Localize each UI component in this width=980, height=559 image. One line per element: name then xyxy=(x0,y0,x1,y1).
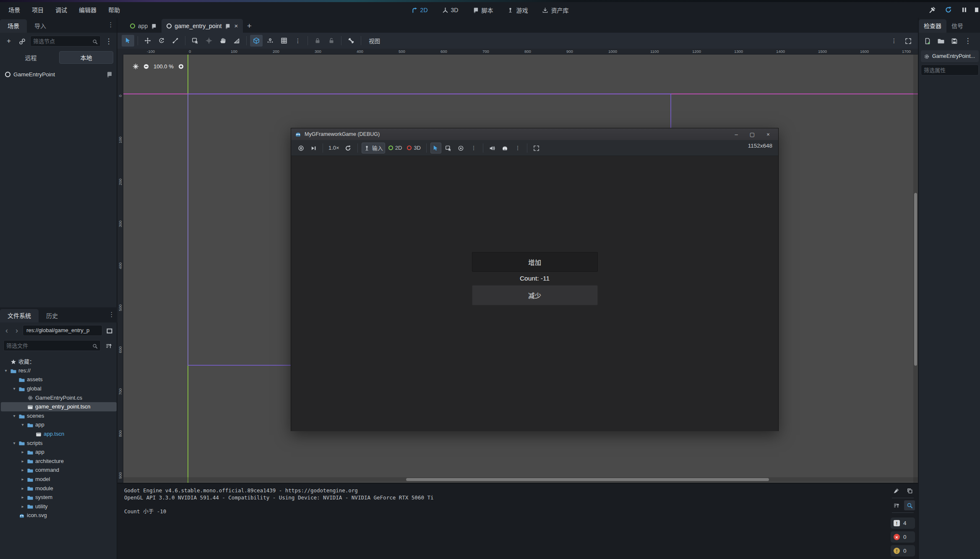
copy-output-button[interactable] xyxy=(904,486,915,496)
fs-tree-item[interactable]: game_entry_point.tscn xyxy=(1,402,117,411)
canvas-2d[interactable]: 100.0 % MyGFrameworkGame (DEBUG) – ▢ × xyxy=(123,55,918,483)
stop-button[interactable] xyxy=(975,5,978,15)
tree-down-arrow-icon[interactable]: ▾ xyxy=(12,386,17,391)
tree-right-arrow-icon[interactable]: ▸ xyxy=(20,450,25,454)
pan-tool[interactable] xyxy=(216,35,229,47)
fs-tree-item[interactable]: 收藏： xyxy=(1,357,117,366)
tree-right-arrow-icon[interactable]: ▸ xyxy=(20,495,25,499)
snap-tool[interactable] xyxy=(203,35,215,47)
game-window[interactable]: MyGFrameworkGame (DEBUG) – ▢ × 1.0× xyxy=(291,128,779,431)
vscroll-thumb[interactable] xyxy=(914,193,917,366)
close-window-button[interactable]: × xyxy=(762,131,774,138)
tree-down-arrow-icon[interactable]: ▾ xyxy=(12,413,17,418)
fs-tree-item[interactable]: ▾res:// xyxy=(1,366,117,375)
add-node-button[interactable]: + xyxy=(3,36,14,47)
errors-badge[interactable]: ×0 xyxy=(891,531,915,543)
messages-badge[interactable]: !4 xyxy=(891,517,915,529)
fs-tree-item[interactable]: ▾global xyxy=(1,384,117,393)
game-select-menu[interactable]: ⋮ xyxy=(468,143,479,153)
remote-button[interactable]: 远程 xyxy=(4,51,57,64)
zoom-out-button[interactable] xyxy=(143,63,149,70)
input-mode-toggle[interactable]: 输入 xyxy=(362,143,385,153)
game-more-menu[interactable]: ⋮ xyxy=(512,143,523,153)
inspected-object-row[interactable]: GameEntryPoint... xyxy=(921,50,979,62)
menu-item-2[interactable]: 调试 xyxy=(50,4,73,16)
game-zoom-select[interactable]: 1.0× xyxy=(327,143,341,153)
viewport-2d[interactable]: -100010020030040050060070080090010001100… xyxy=(117,49,918,483)
load-resource-button[interactable] xyxy=(936,35,946,46)
fs-tree-item[interactable]: icon.svg xyxy=(1,511,117,520)
collapse-duplicates-button[interactable] xyxy=(891,500,902,510)
menu-item-1[interactable]: 项目 xyxy=(26,4,50,16)
script-icon[interactable] xyxy=(224,22,230,29)
canvas-menu[interactable]: ⋮ xyxy=(292,35,304,47)
ruler-tool[interactable] xyxy=(230,35,243,47)
switcher-game[interactable]: 游戏 xyxy=(503,4,532,16)
suspend-button[interactable] xyxy=(295,143,306,153)
fs-sort-button[interactable] xyxy=(103,340,114,351)
toolbar-overflow-menu[interactable]: ⋮ xyxy=(888,35,900,47)
rotate-tool[interactable] xyxy=(155,35,168,47)
camera-override-button[interactable] xyxy=(456,143,467,153)
search-output-button[interactable] xyxy=(904,500,915,510)
tree-down-arrow-icon[interactable]: ▾ xyxy=(20,422,25,427)
snap-options-button[interactable] xyxy=(264,35,276,47)
save-resource-button[interactable] xyxy=(949,35,960,46)
fs-tree-item[interactable]: ▸app xyxy=(1,447,117,457)
select-tool[interactable] xyxy=(122,35,134,47)
game-fullscreen-button[interactable] xyxy=(531,143,542,153)
mode-3d-button[interactable]: 3D xyxy=(405,143,422,153)
mute-audio-button[interactable] xyxy=(487,143,498,153)
fs-tree-item[interactable]: app.tscn xyxy=(1,429,117,439)
scene-tab-app[interactable]: app xyxy=(125,19,162,33)
output-log[interactable]: Godot Engine v4.6.stable.mono.official.8… xyxy=(124,487,884,515)
clear-output-button[interactable] xyxy=(891,486,902,496)
new-scene-tab-button[interactable]: + xyxy=(243,19,255,33)
tree-right-arrow-icon[interactable]: ▸ xyxy=(20,486,25,491)
next-frame-button[interactable] xyxy=(308,143,319,153)
warnings-badge[interactable]: !0 xyxy=(891,545,915,556)
zoom-in-button[interactable] xyxy=(178,63,184,70)
minimize-button[interactable]: – xyxy=(730,131,743,138)
fs-filter-input[interactable] xyxy=(6,343,90,349)
fs-forward-button[interactable]: › xyxy=(13,325,21,335)
scene-dock-menu[interactable]: ⋮ xyxy=(107,21,114,29)
zoom-percent[interactable]: 100.0 % xyxy=(154,63,174,70)
horizontal-scrollbar[interactable] xyxy=(123,477,918,482)
fs-tree-item[interactable]: ▾scenes xyxy=(1,411,117,421)
tab-import[interactable]: 导入 xyxy=(27,19,54,33)
fs-dock-menu[interactable]: ⋮ xyxy=(108,311,115,318)
tree-right-arrow-icon[interactable]: ▸ xyxy=(20,477,25,481)
local-button[interactable]: 本地 xyxy=(59,51,113,64)
fs-tree-item[interactable]: ▸model xyxy=(1,475,117,484)
close-tab-icon[interactable]: × xyxy=(233,22,238,29)
tab-history[interactable]: 历史 xyxy=(39,309,65,322)
switcher-assetlib[interactable]: 资产库 xyxy=(538,4,573,16)
lock-button[interactable] xyxy=(311,35,324,47)
scene-tab-game_entry_point[interactable]: game_entry_point× xyxy=(162,19,243,33)
maximize-button[interactable]: ▢ xyxy=(746,131,758,138)
tree-down-arrow-icon[interactable]: ▾ xyxy=(12,441,17,445)
group-button[interactable] xyxy=(325,35,338,47)
game-select-tool[interactable] xyxy=(430,143,441,153)
build-button[interactable] xyxy=(927,5,937,15)
tab-signals[interactable]: 信号 xyxy=(946,19,968,33)
switcher-script[interactable]: 脚本 xyxy=(468,4,497,16)
tree-right-arrow-icon[interactable]: ▸ xyxy=(20,459,25,463)
inspector-filter-input[interactable] xyxy=(924,67,976,73)
menu-item-3[interactable]: 编辑器 xyxy=(73,4,102,16)
instance-scene-button[interactable] xyxy=(17,36,28,47)
bone-button[interactable] xyxy=(345,35,357,47)
tree-right-arrow-icon[interactable]: ▸ xyxy=(20,468,25,472)
smart-snap-toggle[interactable] xyxy=(250,35,263,47)
game-window-titlebar[interactable]: MyGFrameworkGame (DEBUG) – ▢ × xyxy=(291,128,778,140)
mode-2d-button[interactable]: 2D xyxy=(387,143,404,153)
fs-split-view-button[interactable] xyxy=(104,325,115,336)
grid-toggle[interactable] xyxy=(278,35,290,47)
tab-inspector[interactable]: 检查器 xyxy=(919,19,946,33)
tab-filesystem[interactable]: 文件系统 xyxy=(0,309,39,322)
game-list-select-tool[interactable] xyxy=(443,143,454,153)
menu-item-0[interactable]: 场景 xyxy=(3,4,26,16)
script-icon[interactable] xyxy=(106,70,112,78)
switcher-2d[interactable]: 2D xyxy=(407,4,432,16)
